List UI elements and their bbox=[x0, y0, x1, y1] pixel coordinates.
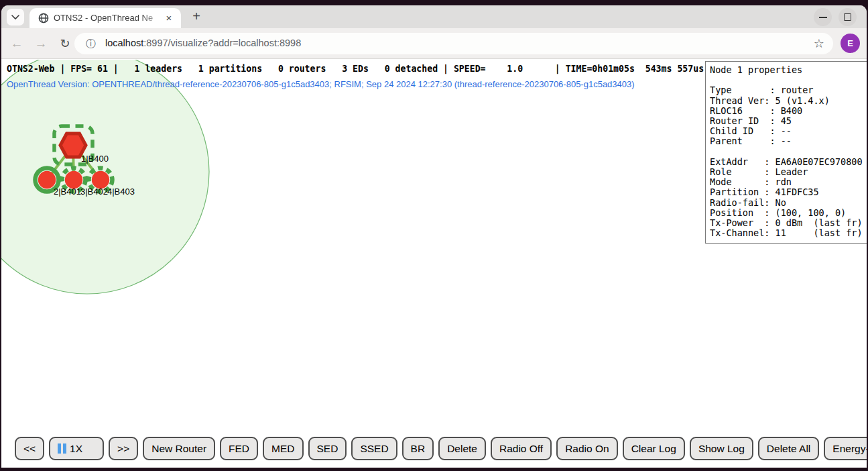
url-bar[interactable]: ⓘ localhost:8997/visualize?addr=localhos… bbox=[74, 33, 833, 54]
tab-bar: OTNS2 - OpenThread Ne × + bbox=[1, 5, 867, 28]
speed-button[interactable]: 1X bbox=[49, 437, 104, 460]
energy-stats-button[interactable]: Energy-stats ↗ bbox=[824, 437, 867, 460]
simulator-toolbar: << 1X >> New Router FED MED SED SSED BR … bbox=[15, 437, 867, 460]
tab-close-icon[interactable]: × bbox=[163, 12, 175, 24]
tab-title: OTNS2 - OpenThread Ne bbox=[54, 13, 166, 23]
reload-button[interactable]: ↻ bbox=[57, 36, 73, 52]
site-info-icon[interactable]: ⓘ bbox=[86, 38, 96, 50]
new-med-button[interactable]: MED bbox=[263, 437, 303, 460]
delete-button[interactable]: Delete bbox=[438, 437, 486, 460]
pause-icon bbox=[58, 443, 66, 454]
openthread-version-link[interactable]: OpenThread Version: OPENTHREAD/thread-re… bbox=[7, 79, 635, 89]
step-forward-button[interactable]: >> bbox=[109, 437, 138, 460]
node-properties-body: Type : router Thread Ver: 5 (v1.4.x) RLO… bbox=[710, 75, 864, 238]
page-content: OTNS2-Web | FPS= 61 | 1 leaders 1 partit… bbox=[1, 60, 867, 468]
back-button[interactable]: ← bbox=[9, 36, 25, 52]
chevron-down-icon bbox=[11, 15, 19, 20]
maximize-icon bbox=[844, 13, 851, 21]
delete-all-button[interactable]: Delete All bbox=[758, 437, 819, 460]
browser-window: OTNS2 - OpenThread Ne × + ← → ↻ ⓘ localh… bbox=[1, 5, 867, 468]
url-text[interactable]: localhost:8997/visualize?addr=localhost:… bbox=[105, 38, 301, 48]
new-br-button[interactable]: BR bbox=[402, 437, 434, 460]
browser-tab[interactable]: OTNS2 - OpenThread Ne × bbox=[29, 8, 181, 28]
clear-log-button[interactable]: Clear Log bbox=[623, 437, 685, 460]
browser-toolbar: ← → ↻ ⓘ localhost:8997/visualize?addr=lo… bbox=[1, 28, 867, 59]
radio-on-button[interactable]: Radio On bbox=[556, 437, 617, 460]
new-fed-button[interactable]: FED bbox=[220, 437, 258, 460]
radio-off-button[interactable]: Radio Off bbox=[491, 437, 552, 460]
new-tab-button[interactable]: + bbox=[188, 8, 205, 25]
node-3-label: 3|B402 bbox=[80, 187, 108, 197]
minimize-icon bbox=[819, 17, 827, 18]
new-ssed-button[interactable]: SSED bbox=[351, 437, 397, 460]
url-host: localhost bbox=[105, 38, 143, 48]
node-4-label: 4|B403 bbox=[107, 187, 135, 197]
url-path: :8997/visualize?addr=localhost:8998 bbox=[143, 38, 301, 48]
profile-avatar[interactable]: E bbox=[841, 34, 860, 53]
minimize-button[interactable] bbox=[814, 8, 832, 26]
step-back-button[interactable]: << bbox=[15, 437, 44, 460]
new-router-button[interactable]: New Router bbox=[143, 437, 215, 460]
speed-label: 1X bbox=[70, 443, 82, 455]
tab-search-button[interactable] bbox=[7, 9, 24, 25]
new-sed-button[interactable]: SED bbox=[308, 437, 347, 460]
forward-button[interactable]: → bbox=[33, 36, 49, 52]
maximize-button[interactable] bbox=[839, 8, 857, 26]
network-canvas[interactable] bbox=[1, 60, 705, 435]
show-log-button[interactable]: Show Log bbox=[690, 437, 753, 460]
node-properties-panel: Node 1 properties Type : router Thread V… bbox=[705, 61, 867, 244]
node-2-label: 2|B401 bbox=[54, 187, 81, 197]
node-1-label: 1|B400 bbox=[81, 154, 109, 164]
simulator-status-bar: OTNS2-Web | FPS= 61 | 1 leaders 1 partit… bbox=[7, 64, 704, 74]
bookmark-star-icon[interactable]: ☆ bbox=[814, 36, 824, 51]
globe-icon bbox=[38, 13, 49, 23]
node-properties-title: Node 1 properties bbox=[710, 65, 864, 75]
